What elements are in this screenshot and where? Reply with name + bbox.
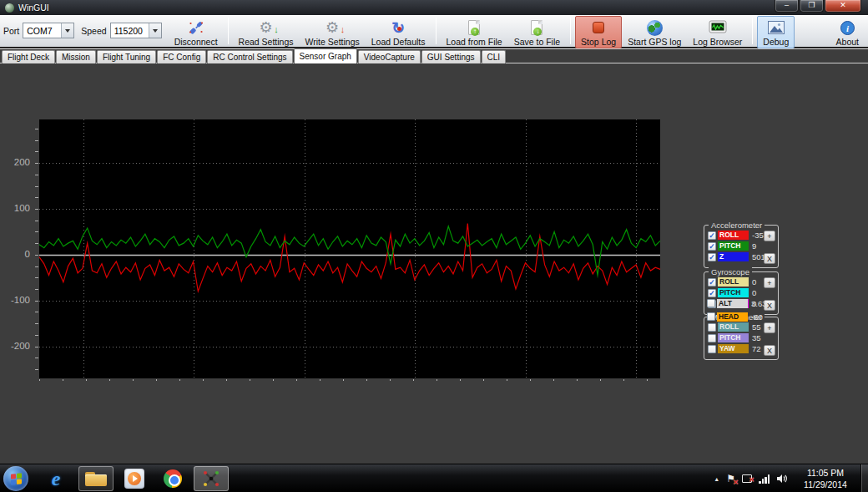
start-button[interactable] bbox=[3, 466, 28, 491]
tab-flight-tuning[interactable]: Flight Tuning bbox=[97, 50, 156, 63]
app-icon bbox=[5, 3, 14, 13]
toolbar-separator bbox=[228, 18, 229, 44]
stop-icon bbox=[593, 22, 604, 33]
gyro-roll-swatch: ROLL bbox=[718, 277, 749, 287]
mag-pitch-swatch: PITCH bbox=[718, 333, 749, 342]
tab-flight-deck[interactable]: Flight Deck bbox=[2, 50, 55, 63]
speed-select[interactable]: 115200 bbox=[110, 23, 162, 38]
mag-clear-button[interactable]: X bbox=[764, 345, 775, 356]
about-button[interactable]: i About bbox=[830, 16, 865, 48]
action-center-icon[interactable]: ⚑✕ bbox=[726, 473, 735, 484]
port-dropdown-arrow[interactable] bbox=[61, 23, 73, 38]
tab-sensor-graph[interactable]: Sensor Graph bbox=[294, 48, 357, 63]
system-tray: ▲ ⚑✕ ✕ bbox=[714, 464, 788, 492]
sensor-graph-page: 2001000-100-200 Accelerometer ✓ ROLL -35… bbox=[0, 63, 868, 464]
minimize-button[interactable]: – bbox=[775, 0, 799, 13]
hidden-icons-button[interactable]: ▲ bbox=[714, 476, 719, 482]
disconnect-button[interactable]: Disconnect bbox=[169, 16, 224, 48]
mag-yaw-value: 72 bbox=[752, 344, 761, 353]
mag-pitch-value: 35 bbox=[752, 333, 761, 342]
mag-roll-checkbox[interactable] bbox=[708, 323, 716, 332]
head-value: -60 bbox=[751, 312, 763, 322]
close-button[interactable]: ✕ bbox=[825, 0, 861, 13]
acc-clear-button[interactable]: X bbox=[764, 253, 775, 264]
folder-icon bbox=[85, 472, 107, 486]
device-error-icon[interactable]: ✕ bbox=[742, 474, 752, 483]
tab-videocapture[interactable]: VideoCapture bbox=[358, 50, 421, 63]
acc-pitch-checkbox[interactable]: ✓ bbox=[708, 242, 716, 251]
wingui-window: WinGUI – ❐ ✕ Port COM7 Speed 115200 bbox=[0, 0, 868, 492]
media-player-button[interactable] bbox=[117, 466, 152, 491]
tab-rc-control-settings[interactable]: RC Control Settings bbox=[207, 50, 292, 63]
internet-explorer-icon: e bbox=[52, 468, 61, 490]
info-icon: i bbox=[840, 18, 855, 37]
volume-icon[interactable] bbox=[776, 474, 788, 484]
acc-roll-swatch: ROLL bbox=[718, 231, 749, 240]
head-swatch: HEAD bbox=[717, 312, 748, 322]
speed-label: Speed bbox=[81, 26, 106, 36]
read-settings-button[interactable]: ⚙↓ Read Settings bbox=[233, 16, 300, 48]
log-browser-button[interactable]: Log Browser bbox=[687, 16, 748, 48]
acc-add-button[interactable]: + bbox=[764, 231, 775, 241]
y-axis-tick-label: 100 bbox=[0, 203, 30, 213]
mag-roll-row: ROLL 55 bbox=[708, 322, 761, 332]
stop-log-button[interactable]: Stop Log bbox=[575, 16, 622, 48]
port-select[interactable]: COM7 bbox=[23, 23, 74, 38]
acc-pitch-swatch: PITCH bbox=[718, 241, 749, 251]
mag-roll-swatch: ROLL bbox=[718, 322, 749, 332]
picture-icon bbox=[768, 18, 785, 37]
media-player-icon bbox=[124, 469, 144, 489]
reload-icon: ↻ bbox=[391, 20, 405, 36]
y-axis-tick-label: 200 bbox=[0, 157, 30, 167]
gyro-roll-value: 0 bbox=[752, 277, 756, 287]
start-gps-log-button[interactable]: Start GPS log bbox=[622, 16, 687, 48]
mag-yaw-checkbox[interactable] bbox=[708, 345, 716, 353]
toolbar-separator bbox=[436, 18, 437, 44]
mag-add-button[interactable]: + bbox=[764, 322, 775, 333]
acc-z-checkbox[interactable]: ✓ bbox=[708, 253, 716, 261]
globe-icon bbox=[647, 20, 663, 36]
head-checkbox[interactable] bbox=[707, 312, 715, 321]
clock-date: 11/29/2014 bbox=[793, 479, 858, 491]
file-down-icon: ↓ bbox=[531, 20, 542, 35]
acc-z-swatch: Z bbox=[718, 252, 749, 261]
load-from-file-button[interactable]: ↑ Load from File bbox=[441, 16, 508, 48]
taskbar-clock[interactable]: 11:05 PM 11/29/2014 bbox=[793, 468, 858, 490]
mag-pitch-row: PITCH 35 bbox=[708, 333, 761, 342]
acc-roll-checkbox[interactable]: ✓ bbox=[708, 231, 716, 240]
speed-dropdown-arrow[interactable] bbox=[149, 23, 161, 38]
speed-value: 115200 bbox=[114, 26, 143, 36]
internet-explorer-button[interactable]: e bbox=[38, 466, 73, 491]
load-defaults-button[interactable]: ↻ Load Defaults bbox=[366, 16, 431, 48]
head-row: HEAD -60 bbox=[707, 312, 763, 322]
tab-gui-settings[interactable]: GUI Settings bbox=[421, 50, 481, 63]
file-up-icon: ↑ bbox=[468, 20, 480, 35]
gyro-roll-checkbox[interactable]: ✓ bbox=[708, 278, 716, 287]
windows-explorer-button[interactable] bbox=[78, 466, 114, 491]
toolbar: Port COM7 Speed 115200 bbox=[0, 15, 868, 48]
mag-yaw-row: YAW 72 bbox=[708, 344, 761, 353]
alt-row: ALT 3.63 bbox=[707, 298, 767, 308]
save-to-file-button[interactable]: ↓ Save to File bbox=[508, 16, 566, 48]
mag-pitch-checkbox[interactable] bbox=[708, 334, 716, 342]
show-desktop-button[interactable] bbox=[860, 464, 868, 492]
gear-icon: ⚙↓ bbox=[326, 20, 339, 35]
port-value: COM7 bbox=[27, 26, 52, 36]
gear-icon: ⚙↓ bbox=[260, 20, 273, 35]
maximize-button[interactable]: ❐ bbox=[800, 0, 824, 13]
write-settings-button[interactable]: ⚙↓ Write Settings bbox=[300, 16, 366, 48]
tab-cli[interactable]: CLI bbox=[482, 50, 507, 63]
wingui-taskbar-button[interactable] bbox=[194, 466, 229, 491]
alt-value: 3.63 bbox=[751, 299, 767, 308]
network-icon[interactable] bbox=[759, 474, 770, 484]
tab-mission[interactable]: Mission bbox=[56, 50, 96, 63]
gyro-pitch-value: 0 bbox=[752, 288, 756, 297]
port-label: Port bbox=[3, 26, 19, 36]
tab-fc-config[interactable]: FC Config bbox=[157, 50, 206, 63]
accelerometer-title: Accelerometer bbox=[709, 221, 765, 230]
chrome-button[interactable] bbox=[155, 466, 190, 491]
debug-button[interactable]: Debug bbox=[757, 16, 795, 48]
gyro-add-button[interactable]: + bbox=[764, 277, 775, 288]
alt-checkbox[interactable] bbox=[707, 299, 715, 307]
gyro-pitch-checkbox[interactable]: ✓ bbox=[708, 289, 716, 297]
